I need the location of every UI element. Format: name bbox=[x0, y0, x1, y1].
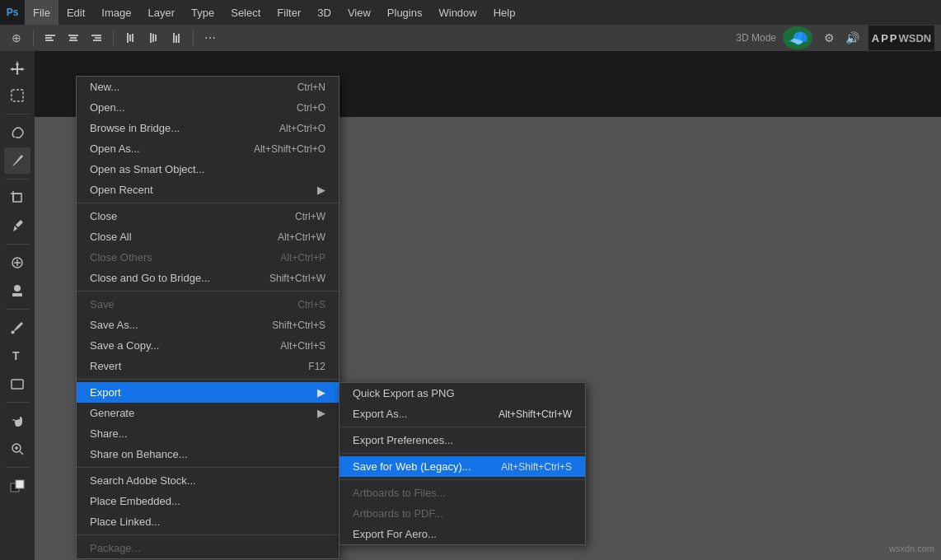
left-toolbar: T bbox=[0, 51, 35, 560]
distribute-icon[interactable]: ⋯ bbox=[200, 28, 220, 48]
tool-separator-3 bbox=[6, 244, 29, 245]
svg-marker-18 bbox=[10, 61, 25, 75]
submenu-export-prefs[interactable]: Export Preferences... bbox=[339, 430, 585, 450]
menu-item-save[interactable]: Save Ctrl+S bbox=[77, 294, 339, 315]
menu-3d[interactable]: 3D bbox=[309, 0, 339, 25]
menu-item-open-recent[interactable]: Open Recent ▶ bbox=[77, 180, 339, 200]
svg-rect-17 bbox=[178, 34, 180, 43]
svg-rect-23 bbox=[13, 194, 21, 202]
watermark: wsxdn.com bbox=[889, 544, 934, 553]
svg-rect-0 bbox=[45, 35, 55, 36]
menu-window[interactable]: Window bbox=[430, 0, 485, 25]
settings-icon[interactable]: ⚙ bbox=[819, 28, 839, 48]
submenu-sep-1 bbox=[339, 427, 585, 427]
canvas-area: New... Ctrl+N Open... Ctrl+O Browse in B… bbox=[35, 51, 941, 560]
menu-item-search-stock[interactable]: Search Adobe Stock... bbox=[77, 470, 339, 491]
svg-rect-8 bbox=[93, 40, 101, 41]
submenu-quick-export[interactable]: Quick Export as PNG bbox=[339, 383, 585, 404]
tool-heal[interactable] bbox=[4, 250, 30, 276]
tool-eyedropper[interactable] bbox=[4, 212, 30, 239]
tool-zoom[interactable] bbox=[4, 436, 30, 462]
menu-item-share[interactable]: Share... bbox=[77, 423, 339, 444]
align-vcenter-icon[interactable] bbox=[143, 28, 163, 48]
menu-item-save-as[interactable]: Save As... Shift+Ctrl+S bbox=[77, 315, 339, 335]
svg-rect-16 bbox=[176, 35, 177, 43]
menu-help[interactable]: Help bbox=[485, 0, 524, 25]
menu-item-close[interactable]: Close Ctrl+W bbox=[77, 206, 339, 226]
tool-paintbrush[interactable] bbox=[4, 147, 30, 174]
menu-item-browse-bridge[interactable]: Browse in Bridge... Alt+Ctrl+O bbox=[77, 118, 339, 138]
submenu-export-aero[interactable]: Export For Aero... bbox=[339, 524, 585, 544]
svg-rect-14 bbox=[155, 35, 157, 41]
menu-item-share-behance[interactable]: Share on Behance... bbox=[77, 444, 339, 464]
tool-pen[interactable] bbox=[4, 315, 30, 341]
menu-image[interactable]: Image bbox=[93, 0, 139, 25]
tool-move[interactable] bbox=[4, 54, 30, 81]
svg-rect-15 bbox=[173, 33, 175, 43]
svg-rect-10 bbox=[129, 35, 131, 41]
menu-view[interactable]: View bbox=[339, 0, 379, 25]
menu-item-place-linked[interactable]: Place Linked... bbox=[77, 511, 339, 532]
volume-icon[interactable]: 🔊 bbox=[842, 28, 862, 48]
tool-hand[interactable] bbox=[4, 408, 30, 434]
menu-plugins[interactable]: Plugins bbox=[379, 0, 431, 25]
menu-item-open-as[interactable]: Open As... Alt+Shift+Ctrl+O bbox=[77, 138, 339, 159]
menu-file[interactable]: File bbox=[25, 0, 59, 25]
app-logo-area: APP WSDN bbox=[868, 26, 934, 50]
align-right-icon[interactable] bbox=[87, 28, 106, 48]
user-avatar[interactable]: 🧢 bbox=[783, 26, 812, 49]
menu-item-save-copy[interactable]: Save a Copy... Alt+Ctrl+S bbox=[77, 335, 339, 356]
tool-separator-6 bbox=[6, 467, 29, 468]
toolbar-area: ⊕ ⋯ 3D Mode 🧢 ⚙ 🔊 APP WSDN bbox=[0, 25, 941, 51]
submenu-export-as[interactable]: Export As... Alt+Shift+Ctrl+W bbox=[339, 404, 585, 424]
tool-foreground-color[interactable] bbox=[4, 473, 30, 499]
svg-rect-11 bbox=[132, 34, 133, 42]
tool-stamp[interactable] bbox=[4, 278, 30, 304]
align-top-icon[interactable] bbox=[120, 28, 140, 48]
align-bottom-icon[interactable] bbox=[166, 28, 186, 48]
move-icon[interactable]: ⊕ bbox=[7, 28, 26, 48]
tool-selection[interactable] bbox=[4, 82, 30, 109]
submenu-sep-2 bbox=[339, 453, 585, 454]
menu-item-close-bridge[interactable]: Close and Go to Bridge... Shift+Ctrl+W bbox=[77, 268, 339, 288]
menu-item-open[interactable]: Open... Ctrl+O bbox=[77, 97, 339, 118]
menu-item-new[interactable]: New... Ctrl+N bbox=[77, 77, 339, 97]
tool-crop[interactable] bbox=[4, 184, 30, 211]
tool-shape[interactable] bbox=[4, 371, 30, 397]
svg-text:T: T bbox=[12, 349, 20, 362]
tool-lasso[interactable] bbox=[4, 119, 30, 146]
svg-rect-7 bbox=[95, 37, 101, 39]
align-center-icon[interactable] bbox=[63, 28, 83, 48]
export-submenu: Quick Export as PNG Export As... Alt+Shi… bbox=[339, 382, 586, 545]
menu-sep-2 bbox=[77, 291, 339, 292]
tool-text[interactable]: T bbox=[4, 343, 30, 369]
svg-rect-5 bbox=[69, 40, 77, 41]
menu-item-export[interactable]: Export ▶ Quick Export as PNG Export As..… bbox=[77, 382, 339, 403]
menu-type[interactable]: Type bbox=[183, 0, 222, 25]
svg-point-29 bbox=[12, 331, 15, 334]
svg-rect-2 bbox=[45, 40, 54, 41]
menu-item-open-smart[interactable]: Open as Smart Object... bbox=[77, 159, 339, 180]
svg-rect-27 bbox=[14, 285, 21, 292]
menu-item-generate[interactable]: Generate ▶ bbox=[77, 403, 339, 423]
menu-item-close-all[interactable]: Close All Alt+Ctrl+W bbox=[77, 226, 339, 247]
menu-sep-3 bbox=[77, 379, 339, 380]
menu-item-place-embedded[interactable]: Place Embedded... bbox=[77, 491, 339, 511]
menu-item-package[interactable]: Package... bbox=[77, 538, 339, 558]
align-left-icon[interactable] bbox=[40, 28, 60, 48]
menu-layer[interactable]: Layer bbox=[140, 0, 184, 25]
tool-separator-1 bbox=[6, 114, 29, 114]
submenu-artboards-files[interactable]: Artboards to Files... bbox=[339, 483, 585, 503]
svg-rect-1 bbox=[45, 37, 52, 39]
menu-item-close-others[interactable]: Close Others Alt+Ctrl+P bbox=[77, 247, 339, 268]
menu-filter[interactable]: Filter bbox=[269, 0, 309, 25]
main-layout: T New... Ctrl+N Open... Ctrl+O bbox=[0, 51, 941, 560]
submenu-save-web[interactable]: Save for Web (Legacy)... Alt+Shift+Ctrl+… bbox=[339, 456, 585, 477]
submenu-artboards-pdf[interactable]: Artboards to PDF... bbox=[339, 503, 585, 524]
menu-edit[interactable]: Edit bbox=[59, 0, 93, 25]
menu-item-revert[interactable]: Revert F12 bbox=[77, 356, 339, 376]
menu-select[interactable]: Select bbox=[222, 0, 269, 25]
appwsdn-text: APP bbox=[872, 32, 899, 44]
toolbar-divider-1 bbox=[33, 30, 34, 46]
tool-separator-4 bbox=[6, 309, 29, 310]
